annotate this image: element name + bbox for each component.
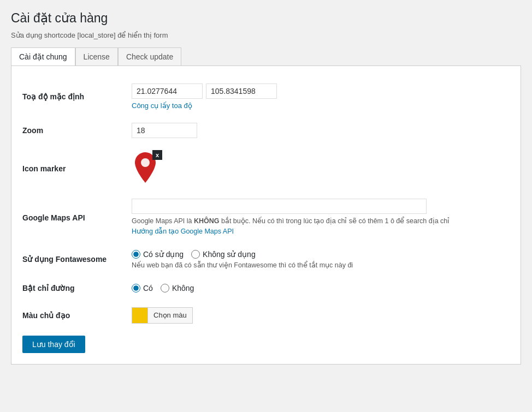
color-swatch[interactable] (132, 307, 148, 324)
maps-api-guide-link[interactable]: Hướng dẫn tạo Google Maps API (132, 228, 234, 235)
page-title: Cài đặt cửa hàng (11, 11, 521, 26)
tab-content: Toạ độ mặc định Công cụ lấy toa độ Zoom (11, 66, 521, 365)
label-maps-api: Google Maps API (22, 192, 132, 243)
fontawesome-yes-radio[interactable] (132, 250, 140, 259)
color-picker-wrap: Chọn màu (132, 307, 510, 324)
fontawesome-yes-option[interactable]: Có sử dụng (132, 250, 184, 259)
tab-check-update[interactable]: Check update (118, 47, 181, 65)
directions-yes-radio[interactable] (132, 284, 140, 292)
fontawesome-sub-desc: Nếu web bạn đã có sẵn thư viện Fontaweso… (132, 261, 510, 269)
fontawesome-radio-group: Có sử dụng Không sử dụng (132, 250, 510, 259)
maps-api-desc: Google Maps API là KHÔNG bắt buộc. Nếu c… (132, 216, 510, 237)
directions-radio-group: Có Không (132, 284, 510, 292)
field-row-fontawesome: Sử dụng Fontawesome Có sử dụng Không sử … (22, 243, 510, 276)
coord-tool-link[interactable]: Công cụ lấy toa độ (132, 101, 510, 110)
td-icon-marker: x (132, 145, 510, 192)
td-directions: Có Không (132, 276, 510, 301)
save-button[interactable]: Lưu thay đổi (22, 336, 85, 353)
td-maps-api: Google Maps API là KHÔNG bắt buộc. Nếu c… (132, 192, 510, 243)
coord-inputs (132, 83, 510, 99)
field-row-maps-api: Google Maps API Google Maps API là KHÔNG… (22, 192, 510, 243)
shortcode-hint: Sửa dụng shortcode [local_store] để hiển… (11, 31, 521, 39)
directions-no-label: Không (172, 284, 194, 292)
tab-general[interactable]: Cài đặt chung (11, 47, 75, 65)
label-main-color: Màu chủ đạo (22, 301, 132, 330)
field-row-main-color: Màu chủ đạo Chọn màu (22, 301, 510, 330)
field-row-directions: Bật chỉ đường Có Không (22, 276, 510, 301)
svg-point-0 (141, 158, 150, 167)
td-main-color: Chọn màu (132, 301, 510, 330)
label-icon-marker: Icon marker (22, 145, 132, 192)
maps-api-input[interactable] (132, 199, 427, 214)
lng-input[interactable] (206, 83, 277, 99)
lat-input[interactable] (132, 83, 203, 99)
choose-color-button[interactable]: Chọn màu (148, 307, 193, 324)
td-fontawesome: Có sử dụng Không sử dụng Nếu web bạn đã … (132, 243, 510, 276)
fontawesome-yes-label: Có sử dụng (143, 250, 184, 259)
icon-marker-wrap: x (132, 151, 159, 186)
field-row-zoom: Zoom (22, 116, 510, 145)
directions-yes-option[interactable]: Có (132, 284, 153, 292)
fontawesome-no-radio[interactable] (191, 250, 200, 259)
directions-no-option[interactable]: Không (161, 284, 194, 292)
label-directions: Bật chỉ đường (22, 276, 132, 301)
label-zoom: Zoom (22, 116, 132, 145)
directions-yes-label: Có (143, 284, 153, 292)
td-coords: Công cụ lấy toa độ (132, 77, 510, 116)
fontawesome-no-option[interactable]: Không sử dụng (191, 250, 256, 259)
maps-api-not-required: KHÔNG (194, 217, 220, 225)
zoom-input[interactable] (132, 123, 197, 138)
tab-nav: Cài đặt chung License Check update (11, 47, 521, 66)
label-fontawesome: Sử dụng Fontawesome (22, 243, 132, 276)
field-row-coords: Toạ độ mặc định Công cụ lấy toa độ (22, 77, 510, 116)
fontawesome-no-label: Không sử dụng (203, 250, 256, 259)
field-row-icon-marker: Icon marker x (22, 145, 510, 192)
settings-form: Toạ độ mặc định Công cụ lấy toa độ Zoom (22, 77, 510, 330)
remove-icon-button[interactable]: x (152, 150, 162, 160)
label-coords: Toạ độ mặc định (22, 77, 132, 116)
directions-no-radio[interactable] (161, 284, 169, 292)
td-zoom (132, 116, 510, 145)
tab-license[interactable]: License (75, 47, 118, 65)
